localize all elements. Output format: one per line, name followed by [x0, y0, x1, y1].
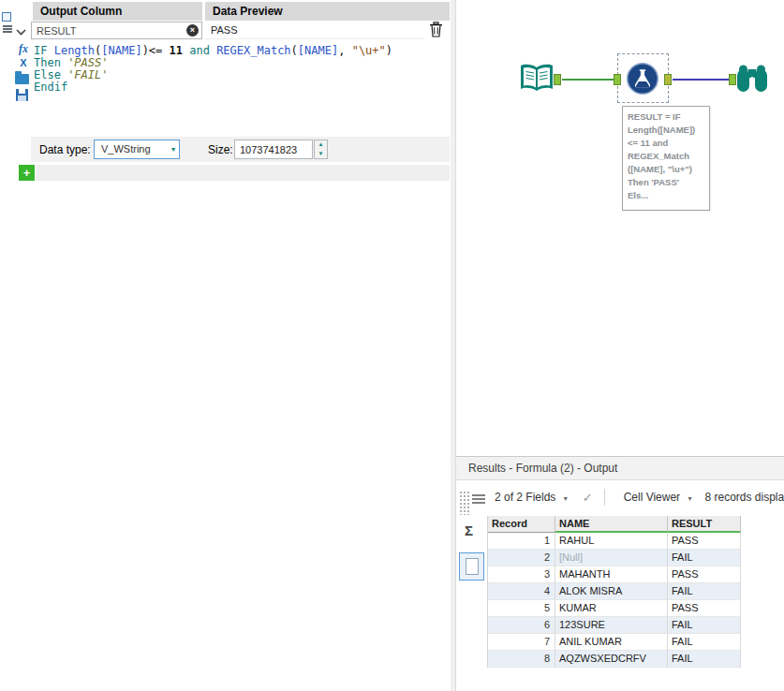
results-table-body: 1RAHULPASS2[Null]FAIL3MAHANTHPASS4ALOK M…	[488, 533, 741, 668]
output-column-field: ×	[31, 22, 202, 39]
annotation-text: RESULT = IFLength([NAME])<= 11 andREGEX_…	[628, 110, 704, 202]
preview-page-icon[interactable]	[459, 552, 484, 581]
variables-icon[interactable]: X	[16, 57, 31, 68]
table-cell[interactable]: 1	[488, 533, 555, 550]
column-header-name[interactable]: NAME	[555, 516, 668, 533]
size-label: Size:	[208, 143, 233, 156]
book-icon	[518, 63, 555, 95]
page-glyph	[466, 558, 479, 575]
table-cell[interactable]: [Null]	[555, 550, 668, 566]
tool-annotation[interactable]: RESULT = IFLength([NAME])<= 11 andREGEX_…	[622, 106, 710, 211]
table-cell[interactable]: 7	[488, 634, 555, 651]
output-column-input[interactable]	[31, 22, 202, 39]
data-type-label: Data type:	[39, 143, 91, 156]
fields-summary-label: 2 of 2 Fields	[495, 491, 555, 504]
table-cell[interactable]: 5	[488, 600, 555, 617]
chevron-down-icon	[16, 29, 26, 36]
add-row-band	[36, 165, 450, 181]
data-type-value: V_WString	[95, 140, 179, 158]
column-header-result[interactable]: RESULT	[668, 516, 741, 533]
spinner-down-icon[interactable]: ▼	[315, 150, 327, 159]
table-cell[interactable]: KUMAR	[555, 600, 668, 617]
column-header-record[interactable]: Record	[488, 516, 555, 533]
input-data-tool[interactable]	[518, 63, 555, 97]
workflow-canvas[interactable]: RESULT = IFLength([NAME])<= 11 andREGEX_…	[456, 0, 784, 456]
data-preview-value: PASS	[205, 22, 424, 39]
table-cell[interactable]: 4	[488, 583, 555, 600]
expression-code[interactable]: IF Length([NAME])<= 11 and REGEX_Match([…	[31, 42, 450, 134]
table-cell[interactable]: 3	[488, 566, 555, 583]
table-row[interactable]: 1RAHULPASS	[488, 533, 741, 550]
panel-drag-handle[interactable]	[459, 491, 469, 515]
data-view-icon[interactable]	[471, 493, 486, 507]
formula-input-anchor[interactable]	[614, 74, 621, 85]
table-cell[interactable]: FAIL	[668, 583, 741, 600]
table-row[interactable]: 3MAHANTHPASS	[488, 566, 741, 583]
results-toolbar: 2 of 2 Fields ▾ ✓ Cell Viewer ▾ 8 record…	[487, 480, 784, 514]
check-icon[interactable]: ✓	[583, 491, 593, 505]
table-cell[interactable]: RAHUL	[555, 533, 668, 550]
input-output-anchor[interactable]	[554, 74, 561, 85]
results-panel: Results - Formula (2) - Output Σ 2 of 2 …	[456, 456, 784, 691]
size-input[interactable]	[234, 140, 313, 159]
chevron-down-icon: ▾	[171, 140, 175, 159]
size-spinner[interactable]: ▲ ▼	[314, 140, 328, 159]
add-expression-button[interactable]: +	[19, 165, 35, 181]
table-row[interactable]: 6123SUREFAIL	[488, 617, 741, 634]
toolbar-separator	[604, 489, 605, 506]
results-title: Results - Formula (2) - Output	[456, 456, 784, 480]
table-cell[interactable]: PASS	[668, 600, 741, 617]
results-table: Record NAME RESULT 1RAHULPASS2[Null]FAIL…	[487, 516, 741, 668]
data-type-row: Data type: V_WString ▾ Size: ▲ ▼	[31, 137, 450, 162]
collapse-expression-button[interactable]	[12, 24, 29, 38]
formula-output-anchor[interactable]	[664, 74, 672, 85]
cell-viewer-label: Cell Viewer	[624, 491, 680, 504]
save-expression-icon[interactable]	[16, 89, 28, 101]
table-cell[interactable]: FAIL	[668, 651, 741, 668]
table-cell[interactable]: ALOK MISRA	[555, 583, 668, 600]
table-row[interactable]: 4ALOK MISRAFAIL	[488, 583, 741, 600]
chevron-down-icon: ▾	[564, 494, 568, 503]
table-cell[interactable]: PASS	[668, 533, 741, 550]
table-cell[interactable]: FAIL	[668, 550, 741, 566]
sigma-metadata-icon[interactable]: Σ	[465, 522, 473, 538]
table-row[interactable]: 5KUMARPASS	[488, 600, 741, 617]
fx-insert-function-icon[interactable]: fx	[15, 42, 32, 56]
dock-icon[interactable]	[2, 12, 11, 22]
records-count-label: 8 records displayed	[704, 491, 784, 504]
data-type-dropdown[interactable]: V_WString ▾	[94, 140, 180, 159]
table-cell[interactable]: AQZWSXEDCRFV	[555, 651, 668, 668]
fields-dropdown[interactable]: 2 of 2 Fields ▾	[495, 491, 568, 504]
table-cell[interactable]: FAIL	[668, 617, 741, 634]
functions-folder-icon[interactable]	[15, 74, 29, 84]
grip-handle-icon[interactable]	[3, 25, 12, 35]
results-sidebar: Σ	[456, 481, 487, 691]
formula-config-panel: Output Column Data Preview × PASS fx X I…	[0, 0, 451, 691]
cell-viewer-dropdown[interactable]: Cell Viewer ▾	[624, 491, 692, 504]
chevron-down-icon: ▾	[688, 494, 691, 503]
data-preview-header: Data Preview	[205, 2, 450, 21]
table-cell[interactable]: MAHANTH	[555, 566, 668, 583]
flask-icon	[626, 62, 659, 96]
output-column-header: Output Column	[33, 2, 202, 21]
delete-expression-icon[interactable]	[429, 22, 443, 37]
connection-formula-to-browse[interactable]	[673, 79, 729, 81]
table-cell[interactable]: ANIL KUMAR	[555, 634, 668, 651]
table-row[interactable]: 7ANIL KUMARFAIL	[488, 634, 741, 651]
formula-tool[interactable]	[626, 62, 659, 98]
table-cell[interactable]: 2	[488, 550, 555, 566]
table-row[interactable]: 8AQZWSXEDCRFVFAIL	[488, 651, 741, 668]
alteryx-designer-window: Output Column Data Preview × PASS fx X I…	[0, 0, 784, 691]
binoculars-icon	[735, 62, 769, 96]
results-table-header-row: Record NAME RESULT	[488, 516, 741, 533]
clear-field-icon[interactable]: ×	[186, 24, 199, 37]
table-cell[interactable]: 6	[488, 617, 555, 634]
connection-input-to-formula[interactable]	[562, 79, 616, 81]
table-cell[interactable]: FAIL	[668, 634, 741, 651]
table-row[interactable]: 2[Null]FAIL	[488, 550, 741, 566]
table-cell[interactable]: PASS	[668, 566, 741, 583]
table-cell[interactable]: 123SURE	[555, 617, 668, 634]
browse-tool[interactable]	[735, 62, 769, 98]
spinner-up-icon[interactable]: ▲	[315, 140, 327, 150]
table-cell[interactable]: 8	[488, 651, 555, 668]
